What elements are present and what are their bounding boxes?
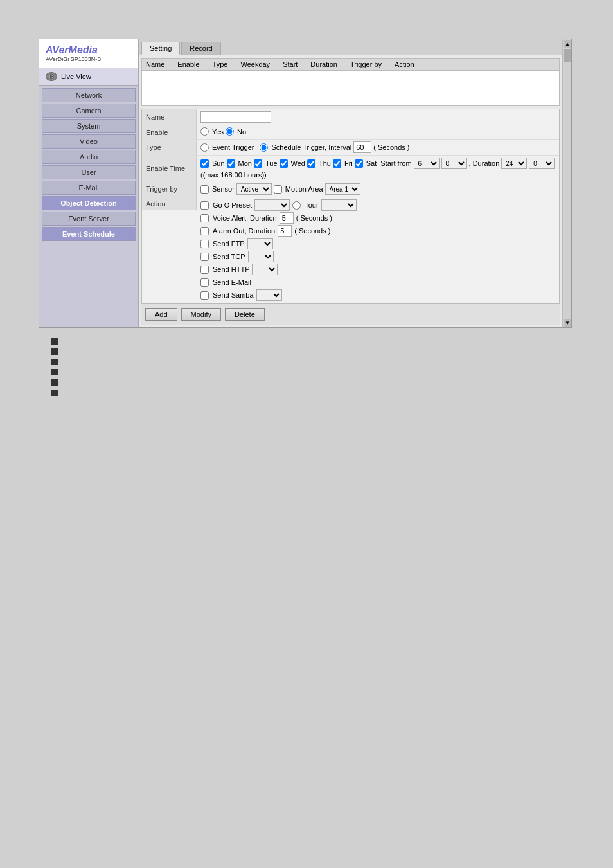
alarm-seconds-label: ( Seconds )	[294, 227, 330, 235]
sensor-select[interactable]: Active Inactive	[236, 183, 272, 195]
live-view-button[interactable]: Live View	[39, 68, 138, 86]
tcp-select[interactable]	[248, 251, 274, 262]
motion-area-checkbox[interactable]	[274, 185, 282, 194]
logo-area: AVerMedia AVerDiGi SP1333N-B	[39, 39, 138, 68]
action-row-email: Send E-Mail	[200, 276, 251, 288]
samba-select[interactable]	[256, 289, 282, 301]
wed-checkbox[interactable]	[280, 159, 288, 168]
tab-bar: Setting Record	[139, 39, 562, 55]
duration-hour-select[interactable]: 24	[501, 158, 527, 169]
tue-checkbox[interactable]	[254, 159, 262, 168]
enable-yes-radio[interactable]	[200, 127, 209, 136]
action-row-alarm: Alarm Out, Duration ( Seconds )	[200, 225, 330, 237]
col-enable: Enable	[177, 60, 199, 68]
bullet-square-2	[51, 348, 58, 355]
col-type: Type	[213, 60, 228, 68]
sidebar-item-email[interactable]: E-Mail	[42, 181, 136, 195]
enable-no-label: No	[237, 128, 246, 136]
start-hour-select[interactable]: 6	[414, 158, 440, 169]
thu-checkbox[interactable]	[307, 159, 315, 168]
action-control: Go O Preset Tour	[197, 197, 559, 303]
voice-seconds-label: ( Seconds )	[296, 214, 332, 222]
motion-area-label: Motion Area	[285, 185, 323, 193]
scrollbar[interactable]: ▲ ▼	[562, 39, 571, 327]
enable-no-radio[interactable]	[226, 127, 234, 136]
modify-button[interactable]: Modify	[181, 308, 221, 321]
action-row-voice: Voice Alert, Duration ( Seconds )	[200, 212, 332, 224]
max-hours-label: ((max 168:00 hours))	[200, 171, 267, 179]
sensor-label: Sensor	[212, 185, 235, 193]
tour-label: Tour	[305, 201, 318, 209]
tour-select[interactable]	[321, 199, 357, 211]
sidebar-item-user[interactable]: User	[42, 165, 136, 179]
http-select[interactable]	[252, 264, 278, 275]
col-trigger: Trigger by	[350, 60, 382, 68]
avermedia-logo: AVerMedia	[46, 44, 132, 56]
bullet-square-5	[51, 379, 58, 386]
sidebar-item-audio[interactable]: Audio	[42, 150, 136, 164]
motion-area-select[interactable]: Area 1	[325, 183, 360, 195]
email-action-checkbox[interactable]	[200, 278, 209, 287]
email-action-label: Send E-Mail	[213, 278, 251, 286]
ftp-select[interactable]	[247, 238, 273, 249]
start-from-label: Start from	[380, 159, 411, 167]
voice-label: Voice Alert, Duration	[213, 214, 277, 222]
sidebar-item-object-detection[interactable]: Object Detection	[42, 196, 136, 210]
bullet-item-2	[51, 348, 574, 355]
col-start: Start	[283, 60, 298, 68]
enable-yes-label: Yes	[212, 128, 224, 136]
sidebar-item-system[interactable]: System	[42, 119, 136, 133]
type-event-radio[interactable]	[200, 143, 209, 152]
sidebar-item-network[interactable]: Network	[42, 88, 136, 102]
live-view-icon	[46, 72, 57, 81]
alarm-duration-input[interactable]	[278, 225, 292, 237]
http-checkbox[interactable]	[200, 266, 209, 274]
start-min-select[interactable]: 0	[441, 158, 467, 169]
voice-checkbox[interactable]	[200, 214, 209, 222]
preset-select[interactable]	[254, 199, 290, 211]
mon-checkbox[interactable]	[227, 159, 235, 168]
fri-checkbox[interactable]	[333, 159, 341, 168]
action-label: Action	[142, 197, 197, 210]
samba-checkbox[interactable]	[200, 291, 209, 300]
duration-min-select[interactable]: 0	[529, 158, 555, 169]
enable-control: Yes No	[197, 125, 559, 138]
form-row-action: Action Go O Preset	[142, 197, 559, 303]
sat-checkbox[interactable]	[355, 159, 363, 168]
bullet-square-1	[51, 338, 58, 345]
tcp-checkbox[interactable]	[200, 253, 209, 261]
bullet-item-1	[51, 338, 574, 345]
alarm-checkbox[interactable]	[200, 227, 209, 235]
type-interval-input[interactable]	[353, 141, 371, 153]
bullet-item-5	[51, 379, 574, 386]
alarm-label: Alarm Out, Duration	[213, 227, 275, 235]
sidebar-item-camera[interactable]: Camera	[42, 104, 136, 118]
add-button[interactable]: Add	[145, 308, 177, 321]
tour-radio[interactable]	[292, 201, 301, 210]
sun-checkbox[interactable]	[200, 159, 209, 168]
tab-setting[interactable]: Setting	[141, 42, 180, 55]
type-control: Event Trigger Schedule Trigger, Interval…	[197, 140, 559, 155]
type-schedule-radio[interactable]	[260, 143, 268, 152]
delete-button[interactable]: Delete	[225, 308, 265, 321]
form-row-name: Name	[142, 109, 559, 125]
sensor-checkbox[interactable]	[200, 185, 209, 194]
tab-record[interactable]: Record	[181, 42, 220, 55]
tue-label: Tue	[265, 159, 278, 167]
scrollbar-thumb[interactable]	[564, 49, 571, 62]
sidebar-item-event-schedule[interactable]: Event Schedule	[42, 227, 136, 241]
bullet-item-6	[51, 390, 574, 396]
main-content: Setting Record Name Enable Type Weekday …	[139, 39, 562, 327]
form-row-trigger: Trigger by Sensor Active Inactive Motion…	[142, 181, 559, 197]
ftp-checkbox[interactable]	[200, 240, 209, 248]
preset-checkbox[interactable]	[200, 201, 209, 210]
sidebar-item-video[interactable]: Video	[42, 134, 136, 149]
live-view-label: Live View	[61, 73, 91, 80]
name-input[interactable]	[200, 111, 271, 123]
sidebar-item-event-server[interactable]: Event Server	[42, 212, 136, 226]
action-row-tcp: Send TCP	[200, 251, 274, 262]
sidebar-nav: Network Camera System Video Audio User E…	[39, 86, 138, 244]
bottom-buttons: Add Modify Delete	[141, 303, 560, 325]
content-area: Name Enable Type Weekday Start Duration …	[139, 55, 562, 327]
voice-duration-input[interactable]	[280, 212, 294, 224]
